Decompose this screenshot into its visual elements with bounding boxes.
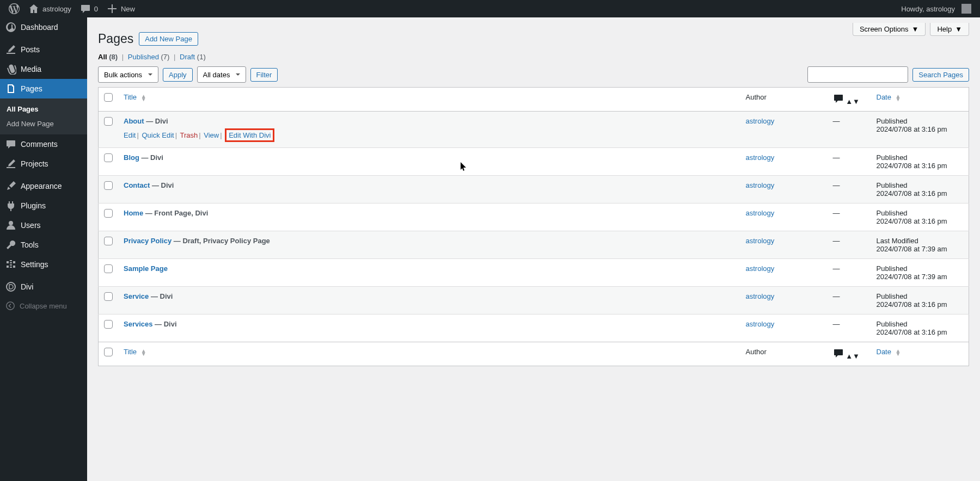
user-account-button[interactable]: Howdy, astrology — [897, 0, 976, 17]
author-link[interactable]: astrology — [746, 117, 775, 125]
sidebar-label: Users — [21, 221, 41, 230]
column-comments-header[interactable]: ▲▼ — [828, 88, 871, 112]
search-input[interactable] — [807, 66, 908, 83]
sort-indicator-icon: ▲▼ — [141, 349, 146, 356]
comments-button[interactable]: 0 — [76, 0, 102, 17]
comments-cell: — — [828, 176, 871, 203]
sidebar-item-posts[interactable]: Posts — [0, 40, 87, 59]
media-icon — [5, 64, 16, 75]
select-all-checkbox-bottom[interactable] — [104, 348, 113, 356]
column-date-label: Date — [877, 348, 891, 356]
sidebar-item-settings[interactable]: Settings — [0, 255, 87, 274]
filter-published[interactable]: Published (7) — [128, 53, 171, 61]
row-checkbox[interactable] — [104, 264, 113, 273]
admin-bar: astrology 0 New Howdy, astrology — [0, 0, 980, 17]
column-comments-footer[interactable]: ▲▼ — [828, 342, 871, 366]
comments-icon — [5, 139, 16, 150]
column-title-label: Title — [124, 348, 137, 356]
table-row: Blog — Divi astrology — Published 2024/0… — [99, 148, 969, 176]
site-home-button[interactable]: astrology — [24, 0, 76, 17]
page-title-link[interactable]: Contact — [124, 181, 150, 189]
sort-indicator-icon: ▲▼ — [141, 95, 146, 101]
column-title-footer[interactable]: Title ▲▼ — [118, 342, 740, 366]
author-link[interactable]: astrology — [746, 264, 775, 273]
page-title-link[interactable]: Privacy Policy — [124, 237, 171, 245]
row-checkbox[interactable] — [104, 181, 113, 190]
author-link[interactable]: astrology — [746, 320, 775, 328]
column-date-header[interactable]: Date ▲▼ — [871, 88, 969, 112]
column-date-footer[interactable]: Date ▲▼ — [871, 342, 969, 366]
posts-icon — [5, 44, 16, 55]
top-controls: Screen Options ▼ Help ▼ — [853, 23, 969, 36]
column-author-header: Author — [740, 88, 828, 112]
row-checkbox[interactable] — [104, 117, 113, 126]
wp-logo-button[interactable] — [4, 0, 24, 17]
page-title-link[interactable]: Sample Page — [124, 264, 168, 273]
page-title-link[interactable]: About — [124, 117, 144, 125]
collapse-menu-button[interactable]: Collapse menu — [0, 297, 87, 315]
submenu-add-new[interactable]: Add New Page — [0, 116, 87, 131]
plus-icon — [107, 3, 118, 14]
edit-link[interactable]: Edit — [124, 131, 136, 139]
quick-edit-link[interactable]: Quick Edit — [142, 131, 174, 139]
filter-button[interactable]: Filter — [250, 68, 278, 82]
dashboard-icon — [5, 22, 16, 33]
help-button[interactable]: Help ▼ — [930, 23, 969, 36]
status-text: Published — [877, 292, 908, 300]
filter-all-label: All — [98, 53, 107, 61]
page-title-link[interactable]: Service — [124, 292, 149, 300]
add-new-page-button[interactable]: Add New Page — [139, 32, 198, 46]
submenu-all-pages[interactable]: All Pages — [0, 102, 87, 116]
column-title-header[interactable]: Title ▲▼ — [118, 88, 740, 112]
status-text: Published — [877, 153, 908, 162]
comments-cell: — — [828, 148, 871, 176]
author-link[interactable]: astrology — [746, 209, 775, 217]
bulk-actions-select[interactable]: Bulk actions — [98, 66, 158, 83]
author-link[interactable]: astrology — [746, 153, 775, 162]
sidebar-label: Projects — [21, 159, 48, 168]
sidebar-item-projects[interactable]: Projects — [0, 154, 87, 174]
page-title-link[interactable]: Blog — [124, 153, 139, 162]
select-all-checkbox[interactable] — [104, 93, 113, 102]
status-text: Published — [877, 209, 908, 217]
row-checkbox[interactable] — [104, 153, 113, 162]
sidebar-item-dashboard[interactable]: Dashboard — [0, 17, 87, 37]
edit-with-divi-link[interactable]: Edit With Divi — [229, 131, 271, 139]
date-cell: Last Modified 2024/07/08 at 7:39 am — [871, 231, 969, 259]
page-title-link[interactable]: Home — [124, 209, 143, 217]
sidebar-item-divi[interactable]: Divi — [0, 277, 87, 297]
date-text: 2024/07/08 at 3:16 pm — [877, 125, 947, 133]
filter-all[interactable]: All (8) — [98, 53, 120, 61]
new-content-button[interactable]: New — [102, 0, 139, 17]
author-link[interactable]: astrology — [746, 181, 775, 189]
row-checkbox[interactable] — [104, 237, 113, 245]
sidebar-item-pages[interactable]: Pages — [0, 79, 87, 98]
date-filter-select[interactable]: All dates — [197, 66, 246, 83]
author-link[interactable]: astrology — [746, 292, 775, 300]
sidebar-item-users[interactable]: Users — [0, 215, 87, 235]
sidebar-item-plugins[interactable]: Plugins — [0, 196, 87, 215]
screen-options-button[interactable]: Screen Options ▼ — [853, 23, 926, 36]
filter-all-count: (8) — [109, 53, 118, 61]
pages-table: Title ▲▼ Author ▲▼ Date ▲▼ About — — [98, 87, 969, 366]
status-text: Published — [877, 264, 908, 273]
apply-button[interactable]: Apply — [163, 68, 193, 82]
status-text: Published — [877, 181, 908, 189]
page-title-link[interactable]: Services — [124, 320, 153, 328]
search-pages-button[interactable]: Search Pages — [912, 68, 969, 82]
sidebar-item-media[interactable]: Media — [0, 59, 87, 79]
row-checkbox[interactable] — [104, 209, 113, 218]
view-link[interactable]: View — [204, 131, 219, 139]
row-checkbox[interactable] — [104, 292, 113, 301]
author-link[interactable]: astrology — [746, 237, 775, 245]
sidebar-item-comments[interactable]: Comments — [0, 134, 87, 154]
sidebar-item-tools[interactable]: Tools — [0, 235, 87, 255]
projects-icon — [5, 158, 16, 169]
date-text: 2024/07/08 at 7:39 am — [877, 273, 947, 281]
trash-link[interactable]: Trash — [180, 131, 198, 139]
filter-draft[interactable]: Draft (1) — [180, 53, 206, 61]
sort-indicator-icon: ▲▼ — [846, 352, 860, 360]
sidebar-item-appearance[interactable]: Appearance — [0, 176, 87, 196]
row-checkbox[interactable] — [104, 320, 113, 329]
sidebar-label: Divi — [21, 282, 33, 291]
